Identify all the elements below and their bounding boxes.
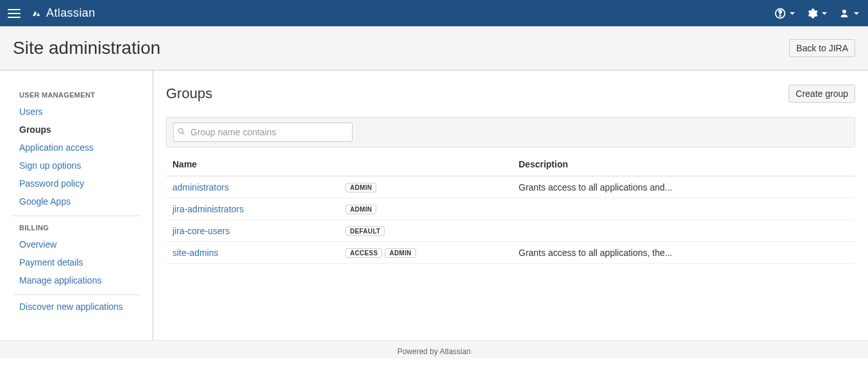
footer-text: Powered by Atlassian [397,347,471,356]
group-link[interactable]: jira-core-users [172,226,230,236]
chevron-down-icon [822,12,827,15]
group-description-cell: Grants access to all applications and... [512,176,855,198]
sidebar-divider [13,216,140,216]
sidebar-item-label: Overview [19,239,56,250]
chevron-down-icon [790,12,795,15]
gear-icon [806,8,818,19]
group-badge: ADMIN [346,183,376,192]
sidebar-item-payment-details[interactable]: Payment details [0,253,153,271]
brand-name: Atlassian [46,6,96,20]
sidebar-item-label: Password policy [19,178,84,189]
group-description-cell: Grants access to all applications, the..… [512,242,855,264]
section-header: Groups Create group [166,85,855,103]
global-navbar: Atlassian [0,0,868,26]
create-group-button[interactable]: Create group [789,85,855,103]
settings-menu[interactable] [805,5,828,22]
sidebar-list-extra: Discover new applications [0,298,153,316]
brand-logo[interactable]: Atlassian [29,6,96,20]
search-wrapper [173,123,353,142]
app-switcher-icon[interactable] [8,9,21,18]
chevron-down-icon [854,12,859,15]
sidebar-item-overview[interactable]: Overview [0,235,153,253]
help-icon [774,8,786,19]
table-row: administratorsADMINGrants access to all … [166,176,855,198]
group-search-input[interactable] [173,123,353,142]
group-name-cell: jira-administrators [166,198,339,220]
user-icon [839,8,850,19]
group-badge: ADMIN [385,248,415,258]
column-header-description: Description [512,153,855,176]
sidebar-item-manage-applications[interactable]: Manage applications [0,271,153,289]
back-to-jira-button[interactable]: Back to JIRA [789,39,855,57]
group-description-cell [512,198,855,220]
sidebar-item-application-access[interactable]: Application access [0,139,153,157]
group-link[interactable]: jira-administrators [172,204,244,214]
groups-table: Name Description administratorsADMINGran… [166,153,855,264]
group-badges-cell: ADMIN [339,176,512,198]
search-icon [178,127,185,137]
sidebar-section-user-management: USER MANAGEMENT [0,86,153,103]
filter-bar [166,117,855,148]
sidebar-item-label: Sign up options [19,160,81,171]
group-link[interactable]: administrators [172,182,229,192]
sidebar-item-label: Application access [19,142,94,153]
sidebar-item-users[interactable]: Users [0,103,153,121]
sidebar-item-password-policy[interactable]: Password policy [0,174,153,192]
sidebar-item-google-apps[interactable]: Google Apps [0,192,153,210]
navbar-right [773,5,860,22]
sidebar-item-label: Payment details [19,257,83,268]
group-badges-cell: ADMIN [339,198,512,220]
sidebar-item-sign-up-options[interactable]: Sign up options [0,157,153,174]
column-header-name: Name [166,153,512,176]
group-name-cell: site-admins [166,242,339,264]
table-row: jira-administratorsADMIN [166,198,855,220]
sidebar-item-label: Groups [19,124,51,135]
sidebar: USER MANAGEMENT Users Groups Application… [0,71,153,340]
sidebar-item-groups[interactable]: Groups [0,121,153,139]
footer: Powered by Atlassian [0,340,868,359]
group-name-cell: jira-core-users [166,220,339,242]
group-badges-cell: DEFAULT [339,220,512,242]
group-badge: DEFAULT [346,226,385,236]
navbar-left: Atlassian [8,6,96,20]
group-badges-cell: ACCESSADMIN [339,242,512,264]
sidebar-item-label: Discover new applications [19,302,123,312]
profile-menu[interactable] [837,5,860,22]
atlassian-logo-icon [29,7,42,20]
group-link[interactable]: site-admins [172,248,219,258]
group-badge: ADMIN [346,205,376,214]
sidebar-section-billing: BILLING [0,219,153,235]
page-header: Site administration Back to JIRA [0,26,868,71]
sidebar-item-label: Google Apps [19,196,71,207]
sidebar-list-billing: Overview Payment details Manage applicat… [0,235,153,289]
help-menu[interactable] [773,5,796,22]
main-content: Groups Create group Name Description adm… [153,71,868,340]
group-name-cell: administrators [166,176,339,198]
svg-point-1 [780,15,781,16]
group-description-cell [512,220,855,242]
sidebar-list-user-management: Users Groups Application access Sign up … [0,103,153,210]
table-header-row: Name Description [166,153,855,176]
sidebar-item-label: Manage applications [19,275,101,285]
group-badge: ACCESS [346,248,382,258]
table-row: jira-core-usersDEFAULT [166,220,855,242]
page-title: Site administration [13,38,160,58]
page-body: USER MANAGEMENT Users Groups Application… [0,71,868,340]
sidebar-item-discover-applications[interactable]: Discover new applications [0,298,153,316]
sidebar-item-label: Users [19,106,43,117]
table-row: site-adminsACCESSADMINGrants access to a… [166,242,855,264]
section-title: Groups [166,85,212,102]
sidebar-divider [13,294,140,295]
